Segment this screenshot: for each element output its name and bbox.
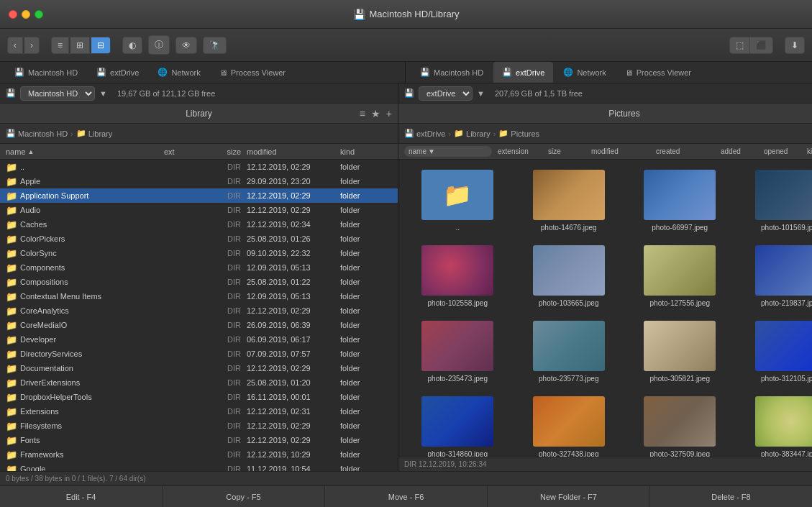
left-file-row[interactable]: 📁FrameworksDIR12.12.2019, 10:29folder	[0, 447, 398, 462]
left-file-row[interactable]: 📁ColorPickersDIR25.08.2019, 01:26folder	[0, 232, 398, 246]
column-view-button[interactable]: ⊞	[70, 37, 90, 53]
rcol-header-size[interactable]: size	[545, 147, 588, 155]
left-file-row[interactable]: 📁Contextual Menu ItemsDIR12.09.2019, 05:…	[0, 289, 398, 303]
left-file-row[interactable]: 📁FontsDIR12.12.2019, 02:29folder	[0, 433, 398, 447]
right-path-extdrive[interactable]: 💾 extDrive	[404, 129, 445, 138]
left-file-row[interactable]: 📁Application SupportDIR12.12.2019, 02:29…	[0, 188, 398, 203]
right-grid-item[interactable]: 📁..	[406, 167, 510, 235]
rcol-header-created[interactable]: created	[653, 147, 718, 155]
left-file-row[interactable]: 📁CoreAnalyticsDIR12.12.2019, 02:29folder	[0, 303, 398, 318]
left-file-row[interactable]: 📁FilesystemsDIR12.12.2019, 02:29folder	[0, 419, 398, 433]
right-grid-item[interactable]: photo-314860.jpeg	[406, 393, 510, 457]
right-path-library[interactable]: 📁 Library	[454, 129, 491, 138]
rcol-header-ext[interactable]: extension	[495, 147, 545, 155]
maximize-button[interactable]	[35, 10, 43, 19]
grid-label: photo-102558.jpeg	[428, 298, 488, 308]
left-file-row[interactable]: 📁CompositionsDIR25.08.2019, 01:22folder	[0, 275, 398, 289]
info-button[interactable]: ⓘ	[148, 35, 170, 55]
left-tab-process[interactable]: 🖥 Process Viewer	[211, 62, 294, 83]
right-grid-item[interactable]: photo-235773.jpeg	[517, 318, 621, 386]
right-grid-item[interactable]: photo-383447.jpeg	[739, 393, 813, 457]
right-grid-item[interactable]: photo-327438.jpeg	[517, 393, 621, 457]
minimize-button[interactable]	[22, 10, 30, 19]
grid-thumbnail	[533, 396, 605, 447]
rcol-header-name[interactable]: name ▼	[401, 146, 495, 157]
left-file-row[interactable]: 📁CoreMediaIODIR26.09.2019, 06:39folder	[0, 318, 398, 332]
move-button[interactable]: Move - F6	[325, 486, 488, 507]
copy-button[interactable]: Copy - F5	[163, 486, 325, 507]
left-tab-network[interactable]: 🌐 Network	[149, 62, 209, 83]
panel-left-button[interactable]: ⬚	[730, 37, 750, 53]
left-file-row[interactable]: 📁CachesDIR12.12.2019, 02:34folder	[0, 217, 398, 232]
left-file-list[interactable]: 📁..DIR12.12.2019, 02:29folder📁AppleDIR29…	[0, 160, 398, 471]
left-panel-star-btn[interactable]: ★	[371, 108, 380, 119]
right-grid-item[interactable]: photo-127556.jpeg	[628, 242, 732, 311]
new-folder-button[interactable]: New Folder - F7	[488, 486, 650, 507]
right-grid-item[interactable]: photo-219837.jpeg	[739, 242, 813, 311]
left-file-row[interactable]: 📁DeveloperDIR06.09.2019, 06:17folder	[0, 332, 398, 347]
process-left-icon: 🖥	[219, 68, 227, 77]
right-volume-info: 207,69 GB of 1,5 TB free	[495, 89, 812, 98]
right-grid-item[interactable]: photo-102558.jpeg	[406, 242, 510, 311]
forward-button[interactable]: ›	[24, 37, 39, 53]
left-file-row[interactable]: 📁GoogleDIR11.12.2019, 10:54folder	[0, 462, 398, 471]
close-button[interactable]	[9, 10, 17, 19]
grid-label: photo-235473.jpeg	[428, 374, 488, 383]
right-volume-selector[interactable]: extDrive	[419, 86, 473, 101]
col-header-kind[interactable]: kind	[337, 147, 395, 156]
right-tab-macintosh[interactable]: 💾 Macintosh HD	[411, 62, 492, 83]
right-path-library-icon: 📁	[454, 129, 464, 138]
left-path-macintosh[interactable]: 💾 Macintosh HD	[6, 129, 68, 138]
rcol-header-kind[interactable]: kind	[804, 147, 812, 155]
left-file-row[interactable]: 📁DocumentationDIR12.12.2019, 02:29folder	[0, 361, 398, 375]
left-file-row[interactable]: 📁DirectoryServicesDIR07.09.2019, 07:57fo…	[0, 347, 398, 361]
col-header-modified[interactable]: modified	[244, 147, 337, 156]
right-grid-item[interactable]: photo-14676.jpeg	[517, 167, 621, 235]
right-grid-item[interactable]: photo-305821.jpeg	[628, 318, 732, 386]
right-dropdown-icon: ▼	[477, 89, 485, 98]
right-grid-item[interactable]: photo-327509.jpeg	[628, 393, 732, 457]
col-header-name[interactable]: name ▲	[3, 147, 161, 156]
right-tab-extdrive[interactable]: 💾 extDrive	[493, 62, 553, 83]
right-grid-item[interactable]: photo-103665.jpeg	[517, 242, 621, 311]
rcol-header-modified[interactable]: modified	[588, 147, 653, 155]
right-grid-item[interactable]: photo-101569.jpeg	[739, 167, 813, 235]
left-tab-macintosh[interactable]: 💾 Macintosh HD	[6, 62, 86, 83]
right-tab-process[interactable]: 🖥 Process Viewer	[616, 62, 700, 83]
left-volume-selector[interactable]: Macintosh HD	[20, 86, 95, 101]
binoculars-button[interactable]: 🔭	[203, 37, 227, 54]
delete-button[interactable]: Delete - F8	[650, 486, 812, 507]
right-file-grid[interactable]: 📁..photo-14676.jpegphoto-66997.jpegphoto…	[398, 160, 812, 457]
left-file-row[interactable]: 📁DriverExtensionsDIR25.08.2019, 01:20fol…	[0, 375, 398, 390]
left-file-row[interactable]: 📁..DIR12.12.2019, 02:29folder	[0, 160, 398, 174]
back-button[interactable]: ‹	[8, 37, 23, 53]
left-file-row[interactable]: 📁DropboxHelperToolsDIR16.11.2019, 00:01f…	[0, 390, 398, 404]
left-path-library[interactable]: 📁 Library	[76, 129, 113, 138]
toggle-button[interactable]: ◐	[122, 37, 142, 54]
panel-right-button[interactable]: ⬛	[750, 37, 772, 53]
left-tab-extdrive[interactable]: 💾 extDrive	[88, 62, 147, 83]
right-path-pictures[interactable]: 📁 Pictures	[498, 129, 539, 138]
grid-view-button[interactable]: ⊟	[91, 37, 110, 53]
left-file-row[interactable]: 📁ColorSyncDIR09.10.2019, 22:32folder	[0, 246, 398, 260]
grid-thumbnail	[644, 321, 716, 371]
right-tab-network[interactable]: 🌐 Network	[555, 62, 614, 83]
col-header-ext[interactable]: ext	[161, 147, 193, 156]
left-panel-add-btn[interactable]: +	[386, 108, 392, 119]
left-panel-menu-btn[interactable]: ≡	[360, 108, 365, 119]
right-grid-item[interactable]: photo-66997.jpeg	[628, 167, 732, 235]
left-file-row[interactable]: 📁AudioDIR12.12.2019, 02:29folder	[0, 203, 398, 217]
right-grid-item[interactable]: photo-235473.jpeg	[406, 318, 510, 386]
col-header-size[interactable]: size	[193, 147, 244, 156]
right-network-icon: 🌐	[563, 68, 573, 77]
list-view-button[interactable]: ≡	[52, 37, 69, 53]
left-file-row[interactable]: 📁ComponentsDIR12.09.2019, 05:13folder	[0, 260, 398, 275]
left-file-row[interactable]: 📁ExtensionsDIR12.12.2019, 02:31folder	[0, 404, 398, 419]
eye-button[interactable]: 👁	[175, 37, 197, 54]
edit-button[interactable]: Edit - F4	[0, 486, 163, 507]
rcol-header-added[interactable]: added	[718, 147, 761, 155]
right-grid-item[interactable]: photo-312105.jpeg	[739, 318, 813, 386]
left-file-row[interactable]: 📁AppleDIR29.09.2019, 23:20folder	[0, 174, 398, 188]
rcol-header-opened[interactable]: opened	[761, 147, 804, 155]
download-button[interactable]: ⬇	[785, 37, 805, 54]
